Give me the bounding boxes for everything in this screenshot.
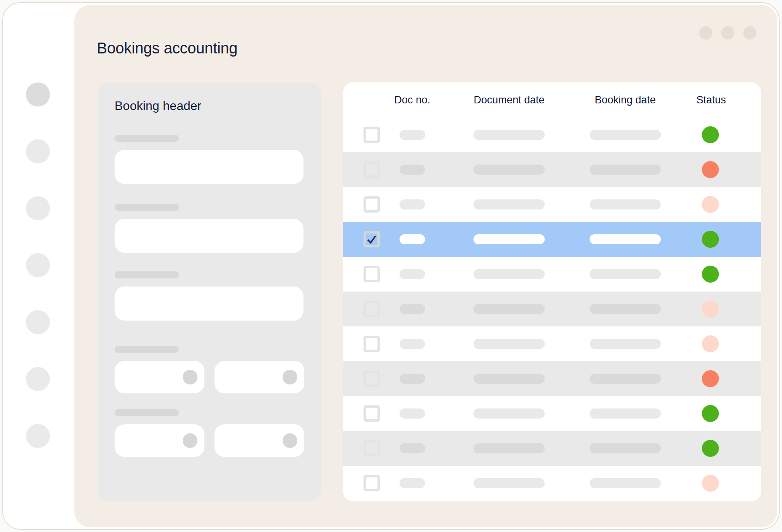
sidebar-item-4[interactable] bbox=[26, 253, 50, 277]
column-header-status: Status bbox=[696, 82, 726, 117]
booking-date-placeholder bbox=[590, 339, 661, 349]
bookings-table: Doc no.Document dateBooking dateStatus bbox=[343, 82, 761, 501]
row-checkbox[interactable] bbox=[364, 266, 380, 282]
row-checkbox[interactable] bbox=[364, 127, 380, 143]
row-checkbox[interactable] bbox=[364, 405, 380, 422]
column-header-booking-date: Booking date bbox=[595, 82, 656, 117]
status-dot-green bbox=[702, 405, 719, 422]
form-select-field-left[interactable] bbox=[115, 424, 204, 457]
page-title: Bookings accounting bbox=[97, 39, 237, 57]
select-knob-icon bbox=[183, 433, 197, 448]
document-date-placeholder bbox=[473, 165, 545, 175]
sidebar-item-5[interactable] bbox=[26, 310, 50, 334]
form-input-field[interactable] bbox=[115, 287, 304, 321]
status-dot-coral bbox=[702, 161, 719, 178]
row-checkbox[interactable] bbox=[364, 475, 380, 491]
status-dot-pink bbox=[702, 335, 719, 352]
logo-a-icon bbox=[31, 24, 45, 43]
window-control-dot-3[interactable] bbox=[743, 26, 756, 39]
booking-date-placeholder bbox=[590, 443, 661, 453]
form-input-field[interactable] bbox=[115, 219, 304, 253]
table-row[interactable] bbox=[343, 361, 761, 396]
document-date-placeholder bbox=[473, 304, 545, 314]
sidebar-item-7[interactable] bbox=[26, 424, 50, 448]
status-dot-pink bbox=[702, 300, 719, 317]
row-checkbox-checked[interactable] bbox=[364, 231, 380, 247]
window-controls bbox=[699, 26, 756, 39]
table-row[interactable] bbox=[343, 152, 761, 187]
document-date-placeholder bbox=[473, 199, 545, 209]
table-row[interactable] bbox=[343, 117, 761, 152]
window-control-dot-2[interactable] bbox=[721, 26, 734, 39]
table-row[interactable] bbox=[343, 292, 761, 326]
row-checkbox[interactable] bbox=[364, 196, 380, 213]
table-body bbox=[343, 117, 761, 501]
status-dot-pink bbox=[702, 196, 719, 213]
doc-no-placeholder bbox=[400, 165, 425, 175]
doc-no-placeholder bbox=[400, 199, 425, 209]
row-checkbox[interactable] bbox=[364, 336, 380, 352]
row-checkbox[interactable] bbox=[364, 371, 380, 387]
table-header-row: Doc no.Document dateBooking dateStatus bbox=[343, 82, 761, 117]
row-checkbox[interactable] bbox=[364, 301, 380, 317]
status-dot-coral bbox=[702, 370, 719, 387]
window-control-dot-1[interactable] bbox=[699, 26, 712, 39]
main-area: Bookings accounting Booking header Doc n… bbox=[74, 5, 777, 527]
booking-date-placeholder bbox=[590, 374, 661, 384]
table-row[interactable] bbox=[343, 187, 761, 222]
form-select-field-left[interactable] bbox=[115, 361, 204, 393]
doc-no-placeholder bbox=[400, 269, 425, 279]
column-header-doc-no: Doc no. bbox=[394, 82, 430, 117]
doc-no-placeholder bbox=[400, 339, 425, 349]
document-date-placeholder bbox=[473, 408, 545, 419]
booking-date-placeholder bbox=[590, 269, 661, 279]
document-date-placeholder bbox=[473, 478, 545, 488]
document-date-placeholder bbox=[473, 234, 545, 244]
doc-no-placeholder bbox=[400, 478, 425, 488]
booking-date-placeholder bbox=[590, 304, 661, 314]
booking-date-placeholder bbox=[590, 234, 661, 244]
document-date-placeholder bbox=[473, 339, 545, 349]
sidebar bbox=[3, 3, 74, 529]
sidebar-item-1[interactable] bbox=[26, 82, 50, 106]
doc-no-placeholder bbox=[400, 234, 425, 244]
sidebar-item-2[interactable] bbox=[26, 139, 50, 163]
form-input-field[interactable] bbox=[115, 150, 304, 184]
status-dot-green bbox=[702, 126, 719, 143]
row-checkbox[interactable] bbox=[364, 440, 380, 456]
form-select-field-right[interactable] bbox=[214, 361, 304, 393]
table-row[interactable] bbox=[343, 222, 761, 257]
doc-no-placeholder bbox=[400, 443, 425, 453]
app-logo[interactable] bbox=[18, 14, 58, 53]
doc-no-placeholder bbox=[400, 374, 425, 384]
table-row[interactable] bbox=[343, 326, 761, 361]
booking-date-placeholder bbox=[590, 408, 661, 419]
status-dot-green bbox=[702, 440, 719, 457]
document-date-placeholder bbox=[473, 269, 545, 279]
doc-no-placeholder bbox=[400, 304, 425, 314]
row-checkbox[interactable] bbox=[364, 161, 380, 178]
select-knob-icon bbox=[283, 433, 297, 448]
booking-date-placeholder bbox=[590, 478, 661, 488]
table-row[interactable] bbox=[343, 431, 761, 466]
field-label-placeholder bbox=[115, 346, 179, 353]
select-knob-icon bbox=[183, 370, 197, 384]
table-row[interactable] bbox=[343, 466, 761, 501]
sidebar-item-6[interactable] bbox=[26, 367, 50, 391]
booking-date-placeholder bbox=[590, 165, 661, 175]
select-knob-icon bbox=[283, 370, 297, 384]
column-header-document-date: Document date bbox=[473, 82, 544, 117]
form-select-field-right[interactable] bbox=[214, 424, 304, 457]
document-date-placeholder bbox=[473, 374, 545, 384]
booking-header-panel: Booking header bbox=[98, 83, 321, 501]
checkmark-icon bbox=[366, 233, 377, 245]
field-label-placeholder bbox=[115, 271, 179, 278]
doc-no-placeholder bbox=[400, 130, 425, 140]
status-dot-green bbox=[702, 266, 719, 283]
booking-date-placeholder bbox=[590, 130, 661, 140]
table-row[interactable] bbox=[343, 257, 761, 292]
field-label-placeholder bbox=[115, 135, 179, 142]
table-row[interactable] bbox=[343, 396, 761, 431]
sidebar-item-3[interactable] bbox=[26, 196, 50, 220]
booking-date-placeholder bbox=[590, 199, 661, 209]
